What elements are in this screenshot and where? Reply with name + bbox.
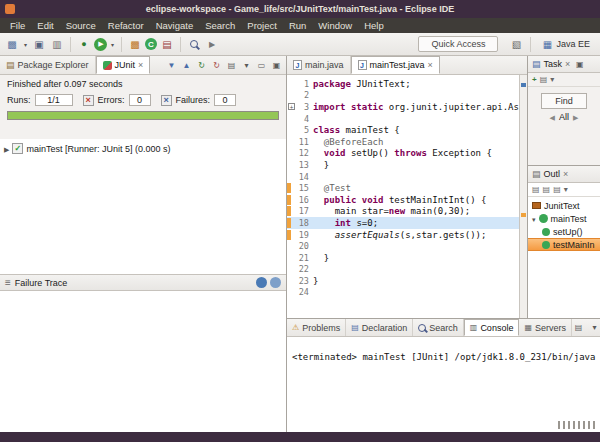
tab-servers[interactable]: Servers — [519, 319, 572, 336]
tab-package-explorer[interactable]: Package Explorer — [0, 56, 96, 74]
code-line[interactable]: 3import static org.junit.jupiter.api.Ass… — [287, 101, 527, 113]
tab-problems[interactable]: Problems — [287, 319, 346, 336]
code-line[interactable]: 16 public void testMainIntInt() { — [287, 194, 527, 206]
open-perspective-icon[interactable] — [508, 36, 524, 52]
new-class-icon[interactable] — [145, 38, 157, 50]
code-line[interactable]: 21 } — [287, 252, 527, 264]
code-line[interactable]: 2 — [287, 90, 527, 102]
menu-item-window[interactable]: Window — [312, 20, 358, 31]
close-icon[interactable] — [428, 60, 433, 70]
debug-icon[interactable] — [76, 36, 92, 52]
hide-fields-icon[interactable] — [543, 185, 551, 194]
code-line[interactable]: 12 void setUp() throws Exception { — [287, 148, 527, 160]
code-line[interactable]: 15 @Test — [287, 182, 527, 194]
menu-item-source[interactable]: Source — [60, 20, 102, 31]
runs-label: Runs: — [7, 95, 31, 105]
next-failed-test-icon[interactable] — [165, 59, 178, 72]
chevron-left-icon[interactable] — [550, 112, 555, 122]
view-menu-icon[interactable] — [588, 321, 600, 334]
rerun-tests-icon[interactable] — [195, 59, 208, 72]
new-java-project-icon[interactable] — [127, 36, 143, 52]
close-icon[interactable] — [138, 60, 143, 70]
perspective-label: Java EE — [556, 39, 590, 49]
rerun-failed-tests-icon[interactable] — [210, 59, 223, 72]
maximize-icon[interactable] — [573, 58, 586, 71]
menu-item-file[interactable]: File — [4, 20, 31, 31]
run-dropdown-icon[interactable] — [109, 36, 116, 52]
close-icon[interactable] — [565, 59, 570, 69]
save-icon[interactable] — [31, 36, 47, 52]
run-icon[interactable] — [94, 38, 107, 51]
menu-item-run[interactable]: Run — [283, 20, 312, 31]
code-line[interactable]: 13 } — [287, 159, 527, 171]
close-icon[interactable] — [563, 169, 568, 179]
overview-ruler[interactable] — [519, 75, 527, 318]
search-icon[interactable] — [186, 36, 202, 52]
code-line[interactable]: 24 — [287, 287, 527, 299]
hide-static-icon[interactable] — [553, 185, 561, 194]
chevron-right-icon[interactable] — [573, 112, 578, 122]
ruler-marker-blue[interactable] — [521, 83, 526, 87]
code-line[interactable]: 23} — [287, 275, 527, 287]
chevron-down-icon[interactable] — [532, 214, 536, 224]
junit-run-icon[interactable] — [159, 36, 175, 52]
outline-item-testmainin[interactable]: testMainIn — [528, 238, 600, 251]
print-icon[interactable] — [49, 36, 65, 52]
new-task-icon[interactable] — [532, 75, 537, 84]
menu-item-project[interactable]: Project — [241, 20, 283, 31]
code-area[interactable]: 1package JUnitText;23import static org.j… — [287, 75, 527, 318]
sort-icon[interactable] — [532, 185, 540, 194]
tab-junit[interactable]: JUnit — [96, 56, 151, 74]
tab-search[interactable]: Search — [413, 319, 464, 336]
previous-failed-test-icon[interactable] — [180, 59, 193, 72]
code-line[interactable]: 17 main star=new main(0,30); — [287, 206, 527, 218]
outline-item-junittext[interactable]: JunitText — [528, 199, 600, 212]
quick-access-button[interactable]: Quick Access — [418, 36, 498, 52]
code-line[interactable]: 1package JUnitText; — [287, 78, 527, 90]
task-filter-label[interactable]: All — [559, 112, 569, 122]
menu-item-edit[interactable]: Edit — [31, 20, 59, 31]
test-suite-row[interactable]: mainTest [Runner: JUnit 5] (0.000 s) — [0, 139, 286, 156]
perspective-java-ee-button[interactable]: Java EE — [537, 36, 594, 52]
code-line[interactable]: 22 — [287, 264, 527, 276]
minimize-icon[interactable] — [255, 59, 268, 72]
menu-item-search[interactable]: Search — [199, 20, 241, 31]
titlebar[interactable]: eclipse-workspace - Game_life/src/JUnitT… — [0, 0, 600, 18]
code-line[interactable]: 14 — [287, 171, 527, 183]
console-output[interactable]: <terminated> mainTest [JUnit] /opt/jdk1.… — [287, 337, 600, 432]
tab-console[interactable]: Console — [464, 319, 520, 336]
tab-declaration[interactable]: Declaration — [346, 319, 413, 336]
tab-maintest-java[interactable]: J mainTest.java — [351, 56, 440, 74]
code-line[interactable]: 19 assertEquals(s,star.gets()); — [287, 229, 527, 241]
code-line[interactable]: 5class mainTest { — [287, 124, 527, 136]
tab-main-java[interactable]: J main.java — [287, 56, 351, 74]
open-console-icon[interactable] — [572, 321, 585, 334]
view-menu-icon[interactable] — [240, 59, 253, 72]
menu-item-navigate[interactable]: Navigate — [150, 20, 200, 31]
code-line[interactable]: 18 int s=0; — [287, 217, 527, 229]
categorize-icon[interactable] — [540, 75, 548, 84]
test-run-history-icon[interactable] — [225, 59, 238, 72]
new-wizard-icon[interactable] — [4, 36, 20, 52]
code-line[interactable]: 11 @BeforeEach — [287, 136, 527, 148]
new-wizard-dropdown-icon[interactable] — [22, 36, 29, 52]
fold-plus-icon[interactable] — [288, 103, 295, 110]
gutter-fold-column — [287, 90, 296, 102]
junit-view-toolbar — [165, 56, 286, 74]
filter-stack-trace-icon[interactable] — [256, 277, 267, 288]
scrollbar-grip[interactable] — [558, 421, 598, 429]
menu-item-help[interactable]: Help — [358, 20, 390, 31]
maximize-icon[interactable] — [270, 59, 283, 72]
compare-result-icon[interactable] — [270, 277, 281, 288]
find-button[interactable]: Find — [541, 93, 587, 109]
outline-item-maintest[interactable]: mainTest — [528, 212, 600, 225]
chevron-right-icon[interactable] — [4, 144, 9, 154]
menu-item-refactor[interactable]: Refactor — [102, 20, 150, 31]
view-menu-icon[interactable] — [564, 185, 568, 194]
external-tools-icon[interactable] — [204, 36, 220, 52]
ruler-marker-orange[interactable] — [521, 213, 526, 217]
code-line[interactable]: 4 — [287, 113, 527, 125]
outline-item-setup[interactable]: setUp() — [528, 225, 600, 238]
view-menu-icon[interactable] — [550, 75, 554, 84]
code-line[interactable]: 20 — [287, 240, 527, 252]
